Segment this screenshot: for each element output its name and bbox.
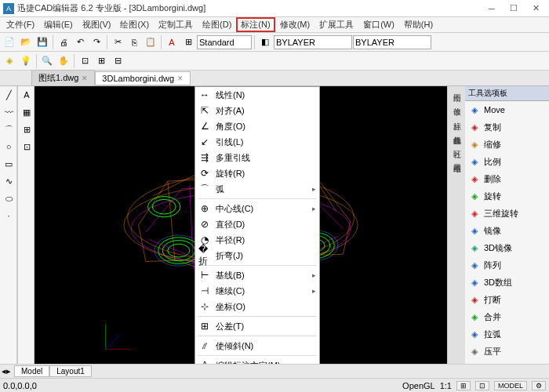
maximize-button[interactable]: ☐ — [504, 2, 524, 16]
linetype-selector[interactable]: BYLAYER — [353, 35, 431, 49]
style-selector[interactable]: Standard — [197, 35, 252, 49]
dd-item[interactable]: ⊢基线(B)▸ — [195, 267, 319, 283]
grid-button[interactable]: ⊡ — [475, 381, 489, 390]
dd-item[interactable]: ↔线性(N) — [195, 87, 319, 103]
dd-item[interactable]: ⊣继续(C)▸ — [195, 283, 319, 299]
menu-3[interactable]: 绘图(X) — [115, 17, 154, 32]
minimize-button[interactable]: ─ — [482, 2, 502, 16]
tool-item[interactable]: ◈打断 — [465, 291, 549, 308]
menu-2[interactable]: 视图(V) — [78, 17, 116, 32]
color-icon[interactable]: ◧ — [257, 34, 273, 50]
block-icon[interactable]: ⊞ — [19, 122, 35, 137]
doc-tab[interactable]: 3DLamborgini.dwg✕ — [95, 71, 191, 85]
tool-icon: ◈ — [468, 241, 481, 254]
menu-6[interactable]: 标注(N) — [236, 17, 274, 32]
tool-item[interactable]: ◈3D数组 — [465, 274, 549, 291]
table-icon[interactable]: ⊡ — [19, 139, 35, 154]
tool-item[interactable]: ◈比例 — [465, 153, 549, 170]
tool-item[interactable]: ◈旋转 — [465, 187, 549, 205]
ellipse-icon[interactable]: ⬭ — [1, 191, 16, 206]
text-icon[interactable]: A — [19, 87, 35, 103]
dd-item[interactable]: ↙引线(L) — [195, 134, 319, 150]
layer-icon[interactable]: ◈ — [2, 53, 17, 69]
tool-item[interactable]: ◈三维旋转 — [465, 205, 549, 222]
new-icon[interactable]: 📄 — [2, 34, 17, 50]
dd-item[interactable]: ∠角度(O) — [195, 118, 319, 134]
doc-tab[interactable]: 图纸1.dwg✕ — [31, 70, 95, 86]
dd-item[interactable]: ⇶多重引线 — [195, 150, 319, 165]
menu-8[interactable]: 扩展工具 — [314, 17, 358, 32]
dd-item[interactable]: �折折弯(J) — [195, 248, 319, 263]
tool-item[interactable]: ◈合并 — [465, 308, 549, 325]
dd-item[interactable]: ⊹坐标(O) — [195, 299, 319, 314]
tab-close-icon[interactable]: ✕ — [82, 74, 88, 82]
tool-item[interactable]: ◈3D镜像 — [465, 239, 549, 256]
menu-0[interactable]: 文件(F) — [2, 17, 39, 32]
rect-icon[interactable]: ▭ — [1, 156, 16, 172]
cut-icon[interactable]: ✂ — [110, 34, 125, 50]
dd-item[interactable]: ⫽使倾斜(N) — [195, 338, 319, 354]
dd-item[interactable]: ◔半径(R) — [195, 232, 319, 248]
tool-icon[interactable]: ⊞ — [180, 34, 196, 50]
print-icon[interactable]: 🖨 — [56, 34, 71, 50]
dd-item[interactable]: A编辑标注文字(M)▸ — [195, 358, 319, 364]
tool-item[interactable]: ◈压平 — [465, 343, 549, 360]
tool-item[interactable]: ◈删除 — [465, 170, 549, 187]
tab-close-icon[interactable]: ✕ — [177, 74, 184, 82]
layer-selector[interactable]: BYLAYER — [274, 35, 352, 49]
save-icon[interactable]: 💾 — [35, 34, 50, 50]
pan-icon[interactable]: ✋ — [56, 53, 71, 69]
tool-item[interactable]: ◈复制 — [465, 118, 549, 136]
arc-icon[interactable]: ⌒ — [1, 122, 16, 137]
dd-item[interactable]: ⊘直径(D) — [195, 216, 319, 232]
layout-tab[interactable]: Model — [14, 365, 49, 377]
menu-4[interactable]: 定制工具 — [154, 17, 198, 32]
tool-a-icon[interactable]: ⊡ — [77, 53, 93, 69]
tool-item[interactable]: ◈阵列 — [465, 256, 549, 274]
tool-c-icon[interactable]: ⊟ — [110, 53, 125, 69]
menu-10[interactable]: 帮助(H) — [399, 17, 438, 32]
dd-item[interactable]: ⇱对齐(A) — [195, 103, 319, 118]
tool-item[interactable]: ◈对齐 — [465, 360, 549, 364]
undo-icon[interactable]: ↶ — [72, 34, 88, 50]
svg-point-20 — [152, 199, 176, 214]
paste-icon[interactable]: 📋 — [143, 34, 158, 50]
redo-icon[interactable]: ↷ — [89, 34, 104, 50]
dd-icon: ⇱ — [198, 104, 211, 117]
tool-icon: ◈ — [468, 155, 481, 168]
dim-icon[interactable]: A — [164, 34, 180, 50]
dd-item[interactable]: ⟳旋转(R) — [195, 165, 319, 181]
dd-icon: ↙ — [198, 136, 211, 148]
menu-5[interactable]: 绘图(D) — [198, 17, 236, 32]
dd-item[interactable]: ⊕中心线(C)▸ — [195, 201, 319, 216]
circle-icon[interactable]: ○ — [1, 139, 16, 154]
tool-item[interactable]: ◈拉弧 — [465, 325, 549, 343]
tool-item[interactable]: ◈缩修 — [465, 136, 549, 153]
tool-palette-header: 工具选项板 — [465, 86, 549, 101]
zoom-icon[interactable]: 🔍 — [39, 53, 55, 69]
settings-button[interactable]: ⚙ — [532, 381, 546, 390]
bulb-icon[interactable]: 💡 — [18, 53, 34, 69]
snap-button[interactable]: ⊞ — [456, 381, 471, 390]
tool-item[interactable]: ◈镜像 — [465, 222, 549, 239]
tool-item[interactable]: ◈Move — [465, 101, 549, 118]
tool-icon: ◈ — [468, 362, 481, 364]
dd-item[interactable]: ⊞公差(T) — [195, 318, 319, 334]
model-button[interactable]: MODEL — [494, 381, 527, 390]
point-icon[interactable]: · — [1, 208, 16, 223]
open-icon[interactable]: 📂 — [18, 34, 34, 50]
line-icon[interactable]: ╱ — [1, 87, 16, 103]
hatch-icon[interactable]: ▦ — [19, 104, 35, 120]
polyline-icon[interactable]: 〰 — [1, 104, 16, 120]
status-ver: 1:1 — [440, 381, 452, 390]
layout-tab[interactable]: Layout1 — [49, 365, 92, 377]
menu-1[interactable]: 编辑(E) — [39, 17, 78, 32]
copy-icon[interactable]: ⎘ — [126, 34, 142, 50]
dd-item[interactable]: ⌒弧▸ — [195, 181, 319, 197]
menu-7[interactable]: 修改(M) — [275, 17, 315, 32]
tool-b-icon[interactable]: ⊞ — [93, 53, 109, 69]
menu-9[interactable]: 窗口(W) — [358, 17, 399, 32]
close-button[interactable]: ✕ — [525, 2, 546, 16]
spline-icon[interactable]: ∿ — [1, 173, 16, 189]
dd-icon: �折 — [198, 249, 211, 262]
